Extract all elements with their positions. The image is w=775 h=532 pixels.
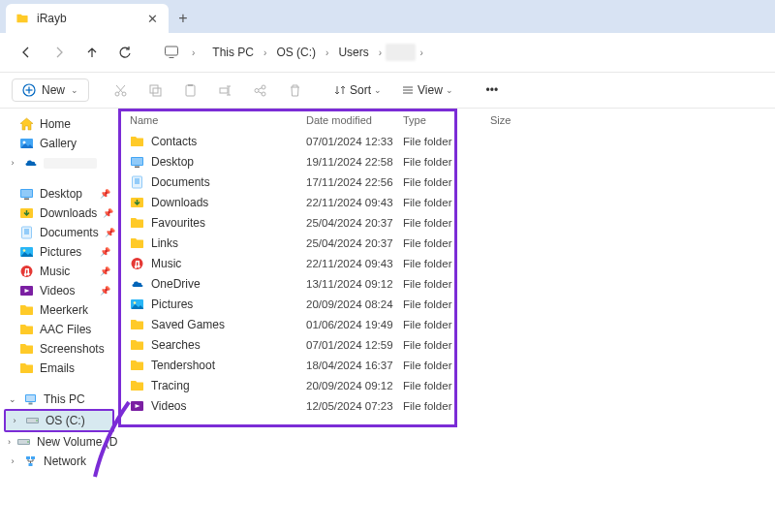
sidebar-item-label: Pictures — [40, 245, 81, 259]
breadcrumb-item[interactable]: OS (C:) — [270, 42, 322, 63]
location-monitor-icon[interactable] — [157, 38, 186, 67]
breadcrumb-item[interactable]: Users — [332, 42, 374, 63]
refresh-button[interactable] — [110, 38, 140, 67]
more-button[interactable]: ••• — [477, 77, 508, 104]
sidebar-item[interactable]: Documents📌 — [4, 223, 114, 242]
active-tab[interactable]: iRayb ✕ — [6, 4, 169, 33]
sidebar-item[interactable]: Videos📌 — [4, 281, 114, 300]
file-name: Documents — [151, 175, 306, 189]
sidebar-item-label: Gallery — [40, 137, 77, 150]
breadcrumb-item-redacted[interactable] — [386, 44, 416, 61]
content: Home Gallery › Desktop📌Downloads📌Documen… — [0, 109, 775, 532]
sidebar-item-home[interactable]: Home — [4, 114, 114, 134]
file-list: Contacts07/01/2024 12:33File folderDeskt… — [118, 131, 775, 416]
sidebar-item-drive[interactable]: ›New Volume (D:) — [4, 432, 114, 452]
file-type: File folder — [403, 360, 461, 371]
file-name: Contacts — [151, 135, 306, 148]
share-button[interactable] — [244, 77, 275, 104]
sidebar-item-onedrive[interactable]: › — [4, 153, 114, 172]
sidebar-item-label: Desktop — [40, 187, 82, 201]
table-row[interactable]: Searches07/01/2024 12:59File folder — [118, 334, 775, 355]
column-type[interactable]: Type — [403, 114, 461, 126]
chevron-down-icon[interactable]: ⌄ — [8, 394, 17, 404]
breadcrumb-item[interactable]: This PC — [206, 42, 260, 63]
onedrive-icon — [23, 156, 38, 170]
column-name[interactable]: Name — [130, 114, 306, 126]
column-size[interactable]: Size — [490, 114, 548, 126]
back-button[interactable] — [12, 38, 41, 67]
file-date: 20/09/2024 08:24 — [306, 298, 403, 310]
column-headers: Name Date modified Type Size — [118, 109, 775, 131]
chevron-right-icon[interactable]: › — [8, 437, 11, 447]
table-row[interactable]: Music22/11/2024 09:43File folder — [118, 253, 775, 273]
chevron-right-icon: › — [190, 47, 197, 58]
chevron-right-icon[interactable]: › — [8, 158, 17, 168]
table-row[interactable]: Desktop19/11/2024 22:58File folder — [118, 151, 775, 172]
chevron-down-icon: ⌄ — [71, 85, 78, 95]
onedrive-icon — [130, 277, 145, 291]
file-type: File folder — [403, 217, 461, 229]
desktop-icon — [19, 187, 34, 201]
paste-button[interactable] — [174, 77, 205, 104]
file-date: 25/04/2024 20:37 — [306, 237, 403, 249]
table-row[interactable]: Contacts07/01/2024 12:33File folder — [118, 131, 775, 151]
sidebar-item-network[interactable]: › Network — [4, 452, 114, 471]
sidebar-item[interactable]: AAC Files — [4, 320, 114, 339]
svg-rect-31 — [153, 88, 161, 96]
file-name: OneDrive — [151, 277, 306, 291]
table-row[interactable]: OneDrive13/11/2024 09:12File folder — [118, 273, 775, 294]
table-row[interactable]: Favourites25/04/2024 20:37File folder — [118, 212, 775, 233]
sidebar-item-label: Downloads — [40, 206, 97, 220]
column-date[interactable]: Date modified — [306, 114, 403, 126]
table-row[interactable]: Links25/04/2024 20:37File folder — [118, 233, 775, 253]
music-icon — [19, 265, 34, 278]
table-row[interactable]: Saved Games01/06/2024 19:49File folder — [118, 314, 775, 334]
table-row[interactable]: Tendershoot18/04/2024 16:37File folder — [118, 355, 775, 375]
file-type: File folder — [403, 319, 461, 330]
sidebar-item-gallery[interactable]: Gallery — [4, 134, 114, 153]
sidebar-item-thispc[interactable]: ⌄ This PC — [4, 390, 114, 409]
up-button[interactable] — [78, 38, 107, 67]
sidebar-item[interactable]: Screenshots — [4, 339, 114, 359]
sidebar-item[interactable]: Music📌 — [4, 262, 114, 281]
file-name: Saved Games — [151, 318, 306, 331]
table-row[interactable]: Videos12/05/2024 07:23File folder — [118, 395, 775, 416]
copy-button[interactable] — [140, 77, 170, 104]
file-type: File folder — [403, 156, 461, 168]
cut-button[interactable] — [105, 77, 136, 104]
table-row[interactable]: Documents17/11/2024 22:56File folder — [118, 172, 775, 192]
delete-button[interactable] — [279, 77, 310, 104]
file-name: Pictures — [151, 297, 306, 311]
new-button[interactable]: New ⌄ — [12, 78, 89, 102]
svg-line-42 — [258, 91, 262, 93]
sidebar-item-label: This PC — [44, 392, 85, 406]
sort-button[interactable]: Sort ⌄ — [326, 79, 389, 101]
table-row[interactable]: Downloads22/11/2024 09:43File folder — [118, 192, 775, 212]
sidebar-item[interactable]: Desktop📌 — [4, 184, 114, 203]
svg-rect-32 — [186, 85, 195, 96]
file-type: File folder — [403, 400, 461, 412]
folder-icon — [19, 361, 34, 375]
folder-icon — [130, 318, 145, 331]
tab-close-button[interactable]: ✕ — [145, 12, 159, 25]
sidebar-item-label: Screenshots — [40, 342, 105, 356]
file-date: 22/11/2024 09:43 — [306, 258, 403, 269]
forward-button[interactable] — [45, 38, 74, 67]
view-button[interactable]: View ⌄ — [393, 79, 461, 101]
table-row[interactable]: Pictures20/09/2024 08:24File folder — [118, 294, 775, 314]
sidebar-item[interactable]: Pictures📌 — [4, 242, 114, 262]
thispc-icon — [23, 392, 38, 406]
sidebar-item[interactable]: Meerkerk — [4, 300, 114, 320]
rename-button[interactable] — [209, 77, 240, 104]
chevron-right-icon[interactable]: › — [10, 416, 19, 425]
sidebar-item-drive[interactable]: ›OS (C:) — [4, 409, 114, 432]
new-tab-button[interactable]: + — [169, 4, 198, 33]
file-name: Links — [151, 236, 306, 250]
table-row[interactable]: Tracing20/09/2024 09:12File folder — [118, 375, 775, 395]
sidebar-item-label: Videos — [40, 284, 75, 297]
svg-rect-26 — [166, 47, 178, 55]
svg-point-39 — [262, 85, 265, 89]
sidebar-item[interactable]: Emails — [4, 359, 114, 378]
sidebar-item[interactable]: Downloads📌 — [4, 203, 114, 223]
chevron-right-icon[interactable]: › — [8, 456, 17, 466]
